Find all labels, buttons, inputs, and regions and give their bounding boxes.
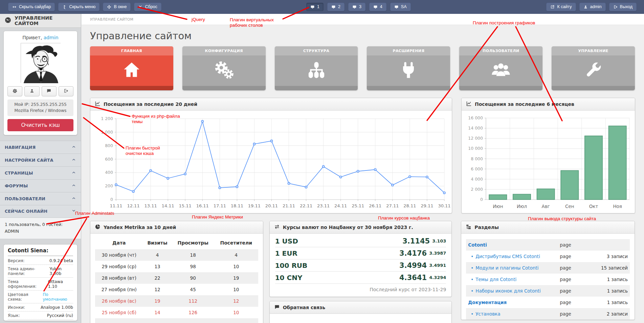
svg-text:12 000: 12 000 bbox=[468, 136, 483, 141]
chevron-up-icon bbox=[71, 144, 76, 150]
tile-plug[interactable]: РАСШИРЕНИЯ bbox=[367, 46, 450, 90]
sidebar-item-форумы[interactable]: ФОРУМЫ bbox=[0, 179, 81, 192]
topbar-button-move[interactable]: В окне bbox=[103, 3, 131, 11]
info-value: Yukon 3.00b bbox=[49, 267, 73, 276]
visits-20-days-header: Посещения за последние 20 дней bbox=[90, 98, 452, 111]
yandex-metrika-header: Yandex Metrika за 10 дней bbox=[90, 221, 263, 234]
desktop-button-3[interactable]: 3 bbox=[348, 3, 365, 11]
svg-text:16.11: 16.11 bbox=[196, 203, 209, 208]
messages-button[interactable] bbox=[42, 86, 57, 96]
topbar-button-arrows-horizontal[interactable]: Скрыть сайдбар bbox=[8, 3, 55, 11]
admin-profile-link[interactable]: admin bbox=[44, 35, 59, 40]
tile-wrench[interactable]: УПРАВЛЕНИЕ bbox=[552, 46, 635, 90]
sidebar-item-навигация[interactable]: НАВИГАЦИЯ bbox=[0, 141, 81, 154]
sidebar-item-настройки-сайта[interactable]: НАСТРОЙКИ САЙТА bbox=[0, 154, 81, 166]
tile-home[interactable]: ГЛАВНАЯ bbox=[90, 46, 173, 90]
sections-header: Разделы bbox=[461, 221, 635, 234]
tile-sitemap[interactable]: СТРУКТУРА bbox=[275, 46, 358, 90]
section-link[interactable]: Документация bbox=[468, 300, 507, 305]
sidebar-item-страницы[interactable]: СТРАНИЦЫ bbox=[0, 166, 81, 179]
section-link[interactable]: Темы для Cotonti bbox=[475, 277, 516, 282]
svg-text:Сен: Сен bbox=[565, 204, 574, 209]
breadcrumb: УПРАВЛЕНИЕ САЙТОМ bbox=[82, 14, 644, 25]
external-link-icon bbox=[550, 5, 555, 9]
sidebar-item-сейчас-онлайн[interactable]: СЕЙЧАС ОНЛАЙН bbox=[0, 205, 81, 218]
logout-icon bbox=[63, 88, 68, 94]
browser-line: Mozilla Firefox / Windows bbox=[9, 108, 72, 114]
currency-previous-rate: 4.3294 bbox=[429, 275, 446, 280]
section-link[interactable]: Дистрибутивы CMS Cotonti bbox=[475, 254, 540, 259]
visits-6-months-chart: 02 0004 0006 0008 00010 00012 00014 0001… bbox=[462, 111, 635, 213]
svg-text:26.11: 26.11 bbox=[369, 203, 381, 208]
metrika-row bbox=[95, 318, 258, 323]
users-icon bbox=[490, 60, 512, 81]
currency-panel: Курсы валют по Нацбанку от 30 ноября 202… bbox=[269, 221, 452, 297]
siena-card-title: Cotonti Siena: bbox=[8, 248, 73, 256]
svg-text:15.11: 15.11 bbox=[179, 203, 192, 208]
user-icon bbox=[29, 88, 35, 94]
svg-text:24.11: 24.11 bbox=[334, 203, 347, 208]
desktop-button-SA[interactable]: SA bbox=[390, 3, 411, 11]
monitor-icon bbox=[310, 5, 315, 9]
section-link[interactable]: Модули и плагины Cotonti bbox=[475, 265, 538, 271]
topbar-button-user[interactable]: admin bbox=[579, 3, 606, 11]
topbar-button-external-link[interactable]: К сайту bbox=[546, 3, 576, 11]
sitemap-structure-icon bbox=[466, 224, 471, 231]
topbar-button-logout[interactable]: Выход bbox=[609, 3, 637, 11]
desktop-button-4[interactable]: 4 bbox=[369, 3, 386, 11]
page-title: Управление сайтом bbox=[90, 30, 635, 42]
tile-gears[interactable]: КОНФИГУРАЦИЯ bbox=[182, 46, 266, 90]
gauge-icon bbox=[4, 17, 12, 25]
svg-text:Ноя: Ноя bbox=[613, 204, 622, 209]
svg-text:0: 0 bbox=[110, 197, 113, 202]
sidebar-item-пользователи[interactable]: ПОЛЬЗОВАТЕЛИ bbox=[0, 192, 81, 205]
chevron-up-icon bbox=[71, 183, 76, 189]
home-icon bbox=[121, 60, 142, 81]
currency-row-eur: 1 EUR3.41763.3987 bbox=[275, 247, 446, 259]
svg-text:16 000: 16 000 bbox=[468, 115, 483, 120]
chevron-up-icon bbox=[71, 157, 76, 163]
section-row: •Дистрибутивы CMS Cotontipage3 записи bbox=[466, 251, 630, 262]
feedback-panel: Обратная связь bbox=[269, 301, 452, 323]
close-icon bbox=[138, 5, 142, 9]
visits-20-days-chart: 02004006008001 0001 20011.1112.1113.1114… bbox=[90, 111, 452, 213]
svg-text:2 000: 2 000 bbox=[471, 187, 483, 192]
greeting: Привет, admin bbox=[7, 35, 73, 40]
metrika-row: 30 ноября (чт)4184 bbox=[95, 249, 258, 261]
sidebar-header: УПРАВЛЕНИЕ САЙТОМ bbox=[0, 14, 81, 28]
sections-table: Cotontipage•Дистрибутивы CMS Cotontipage… bbox=[466, 239, 630, 320]
desktop-button-1[interactable]: 1 bbox=[306, 3, 324, 11]
svg-text:21.11: 21.11 bbox=[283, 203, 295, 208]
svg-text:14.11: 14.11 bbox=[162, 203, 174, 208]
section-row: •Модули и плагины Cotontipage15 записей bbox=[466, 262, 630, 274]
sidebar: УПРАВЛЕНИЕ САЙТОМ Привет, admin Мой IP: … bbox=[0, 14, 81, 323]
avatar bbox=[21, 43, 61, 83]
profile-button[interactable] bbox=[24, 86, 39, 96]
feedback-body bbox=[270, 314, 452, 323]
monitor-icon bbox=[331, 5, 336, 9]
wrench-icon bbox=[584, 61, 603, 81]
desktop-button-2[interactable]: 2 bbox=[327, 3, 345, 11]
sitemap-icon bbox=[306, 60, 327, 81]
section-link[interactable]: Установка bbox=[475, 311, 500, 317]
sidebar-nav: НАВИГАЦИЯНАСТРОЙКИ САЙТАСТРАНИЦЫФОРУМЫПО… bbox=[0, 141, 81, 218]
topbar-button-arrows-vertical[interactable]: Скрыть меню bbox=[58, 3, 99, 11]
section-link[interactable]: Наборы иконок для Cotonti bbox=[475, 288, 540, 294]
section-link[interactable]: Cotonti bbox=[468, 242, 487, 248]
svg-text:Окт: Окт bbox=[589, 204, 598, 209]
currency-previous-rate: 3.4991 bbox=[429, 263, 446, 268]
color-scheme-link[interactable]: По умолчанию bbox=[43, 292, 73, 302]
svg-text:6 000: 6 000 bbox=[471, 166, 483, 171]
currency-row-rub: 100 RUB3.49943.4991 bbox=[275, 259, 446, 272]
clear-cache-button[interactable]: Очистить кэш bbox=[7, 119, 73, 131]
exit-button[interactable] bbox=[59, 86, 73, 96]
settings-button[interactable] bbox=[7, 86, 22, 96]
currency-row-cny: 10 CNY4.36414.3294 bbox=[275, 272, 446, 284]
move-icon bbox=[107, 5, 111, 9]
info-row: Язык:Русский (ru) bbox=[8, 312, 73, 320]
svg-text:10 000: 10 000 bbox=[468, 146, 483, 151]
currency-rate: 3.4176 bbox=[399, 249, 427, 257]
topbar-button-close[interactable]: Сброс bbox=[134, 3, 161, 11]
currency-header: Курсы валют по Нацбанку от 30 ноября 202… bbox=[270, 221, 452, 234]
tile-users[interactable]: ПОЛЬЗОВАТЕЛИ bbox=[459, 46, 542, 90]
